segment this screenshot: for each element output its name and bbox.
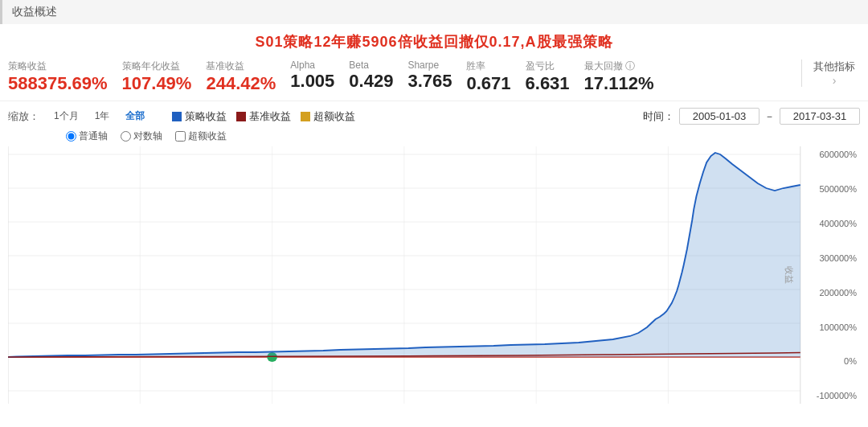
zoom-all-button[interactable]: 全部 xyxy=(121,108,149,125)
metrics-inner: 策略收益588375.69%策略年化收益107.49%基准收益244.42%Al… xyxy=(8,60,801,94)
section-title-bar: 收益概述 xyxy=(0,0,868,24)
metric-value-4: 0.429 xyxy=(349,71,393,92)
legend-color-2 xyxy=(301,112,310,121)
legend-label-2: 超额收益 xyxy=(313,109,355,124)
time-label: 时间： xyxy=(643,109,674,124)
excess-label: 超额收益 xyxy=(188,129,227,143)
metric-item-4: Beta0.429 xyxy=(349,60,393,92)
metric-value-1: 107.49% xyxy=(122,73,192,94)
metric-label-5: Sharpe xyxy=(407,60,439,71)
metric-label-0: 策略收益 xyxy=(8,60,47,73)
metric-label-6: 胜率 xyxy=(466,60,485,73)
main-container: 收益概述 S01策略12年赚5906倍收益回撤仅0.17,A股最强策略 策略收益… xyxy=(0,0,868,427)
metric-item-1: 策略年化收益107.49% xyxy=(122,60,192,94)
other-metrics-label: 其他指标 xyxy=(813,60,855,74)
legend-item-0: 策略收益 xyxy=(172,109,227,124)
metric-value-3: 1.005 xyxy=(290,71,334,92)
chart-legend: 策略收益基准收益超额收益 xyxy=(172,109,355,124)
metric-item-3: Alpha1.005 xyxy=(290,60,334,92)
zoom-1month-button[interactable]: 1个月 xyxy=(49,108,84,125)
zoom-1year-button[interactable]: 1年 xyxy=(90,108,115,125)
metric-value-7: 6.631 xyxy=(526,73,570,94)
legend-label-0: 策略收益 xyxy=(185,109,227,124)
time-range: 时间： － xyxy=(643,108,860,125)
axis-row: 普通轴 对数轴 超额收益 xyxy=(0,128,868,146)
excess-radio[interactable]: 超额收益 xyxy=(175,129,227,143)
other-metrics-button[interactable]: 其他指标 › xyxy=(801,60,860,87)
time-separator: － xyxy=(764,109,775,124)
time-start-input[interactable] xyxy=(679,108,760,125)
chart-svg xyxy=(8,146,860,404)
legend-item-2: 超额收益 xyxy=(301,109,355,124)
zoom-label: 缩放： xyxy=(8,109,39,124)
metric-item-0: 策略收益588375.69% xyxy=(8,60,108,94)
other-metrics-arrow-icon: › xyxy=(833,74,837,87)
normal-axis-label: 普通轴 xyxy=(79,129,108,143)
log-axis-radio[interactable]: 对数轴 xyxy=(121,129,162,143)
metric-value-0: 588375.69% xyxy=(8,73,108,94)
metric-label-4: Beta xyxy=(349,60,369,71)
time-end-input[interactable] xyxy=(780,108,860,125)
chart-area: 600000%500000%400000%300000%200000%10000… xyxy=(8,146,860,404)
metric-item-7: 盈亏比6.631 xyxy=(526,60,570,94)
legend-color-1 xyxy=(236,112,246,121)
log-axis-label: 对数轴 xyxy=(133,129,162,143)
metric-value-2: 244.42% xyxy=(206,73,276,94)
metric-label-7: 盈亏比 xyxy=(526,60,555,73)
metric-label-8: 最大回撤 ⓘ xyxy=(584,60,635,73)
main-title: S01策略12年赚5906倍收益回撤仅0.17,A股最强策略 xyxy=(0,24,868,56)
legend-item-1: 基准收益 xyxy=(236,109,291,124)
metric-label-3: Alpha xyxy=(290,60,315,71)
normal-axis-radio[interactable]: 普通轴 xyxy=(66,129,108,143)
legend-label-1: 基准收益 xyxy=(249,109,291,124)
section-title: 收益概述 xyxy=(12,5,57,19)
metric-value-6: 0.671 xyxy=(466,73,510,94)
metric-label-2: 基准收益 xyxy=(206,60,244,73)
metrics-row: 策略收益588375.69%策略年化收益107.49%基准收益244.42%Al… xyxy=(0,56,868,101)
legend-color-0 xyxy=(172,112,182,121)
metric-label-1: 策略年化收益 xyxy=(122,60,180,73)
metric-item-5: Sharpe3.765 xyxy=(407,60,452,92)
metric-value-5: 3.765 xyxy=(407,71,452,92)
metric-item-8: 最大回撤 ⓘ17.112% xyxy=(584,60,654,94)
metric-value-8: 17.112% xyxy=(584,73,654,94)
chart-controls: 缩放： 1个月 1年 全部 策略收益基准收益超额收益 时间： － xyxy=(0,101,868,128)
metric-item-2: 基准收益244.42% xyxy=(206,60,276,94)
chart-y-axis-title: 收益 xyxy=(783,266,795,284)
metric-item-6: 胜率0.671 xyxy=(466,60,510,94)
